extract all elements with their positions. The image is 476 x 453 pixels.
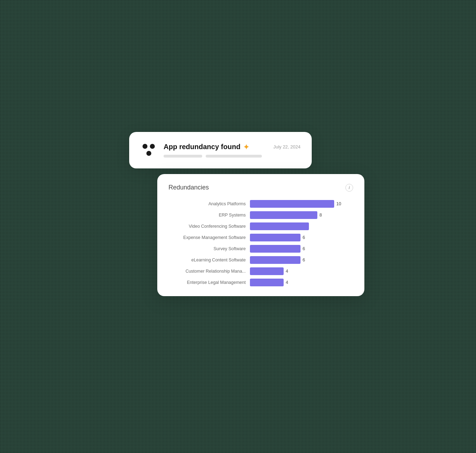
chart-label-4: Survey Software (168, 246, 246, 251)
star-icon: ✦ (243, 143, 249, 151)
chart-row-0: Analytics Platforms 10 (168, 200, 353, 208)
chart-row-6: Customer Relationship Mana... 4 (168, 267, 353, 275)
dot-top-right (150, 144, 155, 149)
bar-wrapper-0: 10 (250, 200, 353, 208)
dot-top-left (143, 144, 147, 149)
bar-wrapper-1: 8 (250, 211, 353, 219)
bar-7 (250, 279, 284, 286)
bar-value-7: 4 (286, 280, 288, 285)
bar-value-0: 10 (336, 201, 341, 206)
chart-container: Analytics Platforms 10 ERP Systems 8 Vid… (168, 200, 353, 286)
chart-label-1: ERP Systems (168, 213, 246, 218)
bar-value-4: 6 (303, 246, 305, 251)
chart-label-5: eLearning Content Softwate (168, 258, 246, 262)
notification-date: July 22, 2024 (273, 144, 300, 149)
bar-wrapper-3: 6 (250, 234, 353, 241)
notif-bar-2 (206, 155, 262, 158)
dots-logo (143, 144, 155, 156)
bar-2 (250, 222, 309, 230)
bar-3 (250, 234, 300, 241)
bar-value-3: 6 (303, 235, 305, 240)
scene: App redundancy found ✦ July 22, 2024 Red… (115, 104, 361, 349)
bar-wrapper-4: 6 (250, 245, 353, 253)
card-header: Redundancies i (168, 184, 353, 192)
bar-5 (250, 256, 300, 264)
bar-4 (250, 245, 300, 253)
bar-1 (250, 211, 317, 219)
chart-label-2: Video Conferencing Software (168, 224, 246, 229)
notif-bar-1 (164, 155, 202, 158)
bar-wrapper-6: 4 (250, 267, 353, 275)
redundancies-card: Redundancies i Analytics Platforms 10 ER… (157, 174, 364, 296)
bar-6 (250, 267, 284, 275)
chart-row-3: Expense Management Software 6 (168, 234, 353, 241)
bar-value-5: 6 (303, 258, 305, 262)
notification-title-text: App redundancy found (164, 143, 240, 151)
bar-wrapper-2 (250, 222, 353, 230)
chart-label-0: Analytics Platforms (168, 201, 246, 206)
dot-bottom (146, 151, 151, 156)
chart-row-2: Video Conferencing Software (168, 222, 353, 230)
chart-label-6: Customer Relationship Mana... (168, 269, 246, 274)
chart-row-7: Enterprise Legal Management 4 (168, 279, 353, 286)
bar-0 (250, 200, 334, 208)
notification-content: App redundancy found ✦ July 22, 2024 (164, 143, 300, 158)
chart-row-1: ERP Systems 8 (168, 211, 353, 219)
notification-card: App redundancy found ✦ July 22, 2024 (129, 132, 312, 168)
bar-value-1: 8 (319, 213, 322, 218)
chart-label-3: Expense Management Software (168, 235, 246, 240)
app-icon (140, 142, 157, 159)
chart-row-5: eLearning Content Softwate 6 (168, 256, 353, 264)
notification-title-row: App redundancy found ✦ July 22, 2024 (164, 143, 300, 151)
bar-wrapper-5: 6 (250, 256, 353, 264)
notification-bars (164, 155, 300, 158)
bar-wrapper-7: 4 (250, 279, 353, 286)
bar-value-6: 4 (286, 269, 288, 274)
info-icon[interactable]: i (345, 184, 353, 192)
notification-title: App redundancy found ✦ (164, 143, 249, 151)
chart-row-4: Survey Software 6 (168, 245, 353, 253)
card-title: Redundancies (168, 184, 209, 191)
chart-label-7: Enterprise Legal Management (168, 280, 246, 285)
